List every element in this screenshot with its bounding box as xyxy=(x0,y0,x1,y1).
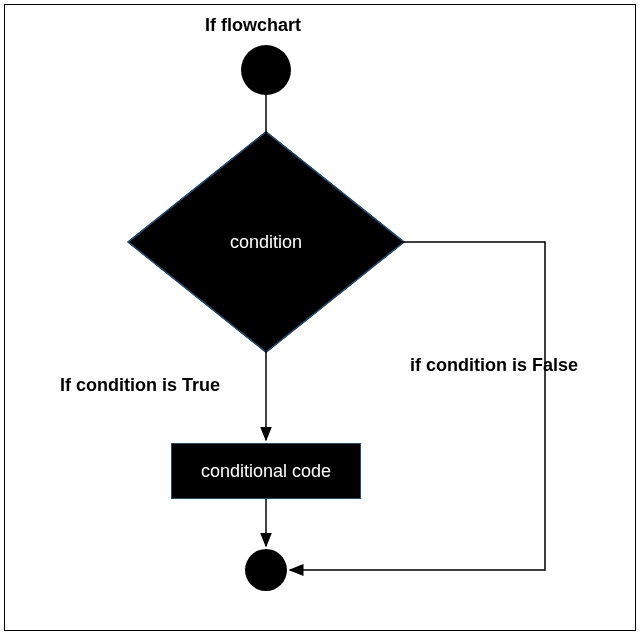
true-branch-label: If condition is True xyxy=(60,375,220,396)
condition-label: condition xyxy=(230,232,302,253)
start-node xyxy=(241,45,291,95)
code-node: conditional code xyxy=(171,443,361,499)
end-node xyxy=(245,549,287,591)
code-label: conditional code xyxy=(201,461,331,482)
diagram-title: If flowchart xyxy=(205,15,301,36)
condition-node: condition xyxy=(167,163,365,321)
false-branch-label: if condition is False xyxy=(410,355,578,376)
diagram-canvas: If flowchart condition If condition is T… xyxy=(4,4,636,631)
